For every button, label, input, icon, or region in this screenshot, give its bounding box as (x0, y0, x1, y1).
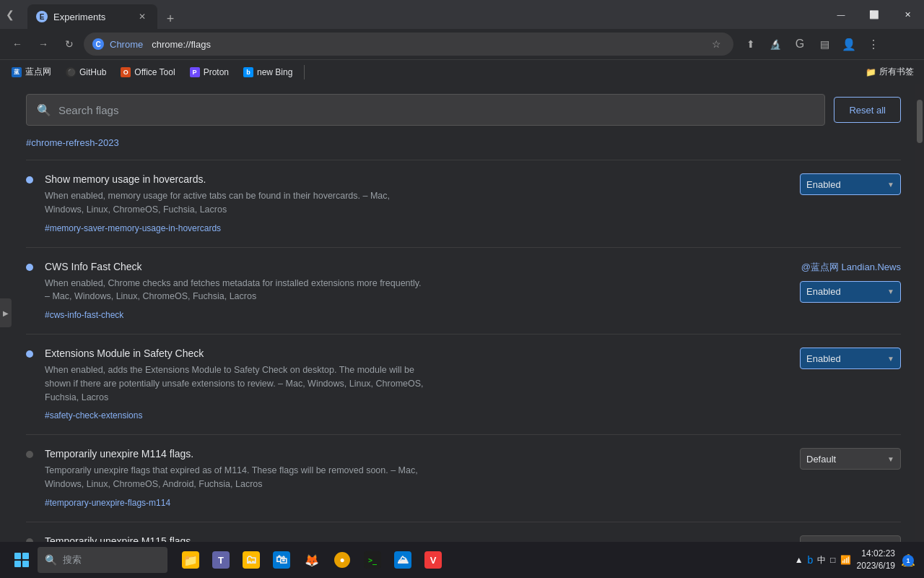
tab-area: E Experiments ✕ + (20, 0, 180, 29)
taskbar-display-icon[interactable]: □ (830, 555, 835, 565)
all-bookmarks-folder[interactable]: 📁 所有书签 (861, 66, 918, 78)
taskbar-arrow-up[interactable]: ▲ (795, 555, 803, 565)
refresh-button[interactable]: ↻ (58, 33, 81, 56)
content-area: ▶ 🔍 Search flags Reset all #chrome-refre… (0, 84, 924, 542)
scrollbar-thumb[interactable] (917, 100, 923, 143)
minimize-button[interactable] (824, 0, 858, 29)
start-button[interactable] (9, 547, 35, 573)
clock-date: 2023/6/19 (857, 560, 895, 572)
taskbar-app-firefox[interactable]: 🦊 (297, 545, 326, 574)
teams-icon: T (212, 551, 230, 569)
taskbar-app-folders[interactable]: 🗂 (237, 545, 266, 574)
bookmark-github[interactable]: ⚫ GitHub (60, 63, 112, 82)
sidebar-icon[interactable]: ▤ (813, 33, 836, 56)
address-text: chrome://flags (152, 39, 702, 50)
address-browser-label: Chrome (110, 39, 143, 50)
flag-info-cws: CWS Info Fast Check When enabled, Chrome… (45, 261, 788, 322)
notification-badge: 1 (902, 555, 914, 566)
chrome-refresh-link[interactable]: #chrome-refresh-2023 (26, 137, 119, 148)
taskbar-sys-icons: ▲ b 中 □ 📶 (795, 554, 851, 566)
flag-link-m114[interactable]: #temporary-unexpire-flags-m114 (45, 498, 170, 508)
active-tab[interactable]: E Experiments ✕ (27, 4, 157, 29)
flag-select-cws[interactable]: Enabled ▼ (800, 281, 901, 303)
taskbar-search-icon: 🔍 (45, 554, 57, 566)
flag-select-value-cws: Enabled (806, 286, 841, 297)
flag-link-extensions-safety[interactable]: #safety-check-extensions (45, 410, 142, 420)
bookmark-lantianwang[interactable]: 蓝 蓝点网 (6, 63, 57, 82)
dropdown-arrow-m114: ▼ (887, 455, 894, 463)
flag-select-extensions-safety[interactable]: Enabled ▼ (800, 348, 901, 369)
scrollbar[interactable] (915, 84, 924, 542)
flag-desc-cws: When enabled, Chrome checks and fetches … (45, 277, 427, 304)
taskbar-app-browser[interactable]: ● (328, 545, 357, 574)
taskbar-app-vivaldi[interactable]: V (419, 545, 448, 574)
flag-info-memory-usage: Show memory usage in hovercards. When en… (45, 173, 788, 234)
taskbar-app-file-explorer[interactable]: 📁 (176, 545, 205, 574)
reset-all-button[interactable]: Reset all (834, 97, 901, 123)
flag-desc-m114: Temporarily unexpire flags that expired … (45, 464, 427, 491)
window-controls (824, 0, 924, 29)
flags-search-box[interactable]: 🔍 Search flags (26, 94, 825, 126)
profile-icon[interactable]: 👤 (837, 33, 860, 56)
windows-logo (14, 553, 29, 567)
forward-button[interactable]: → (32, 33, 55, 56)
flag-info-m114: Temporarily unexpire M114 flags. Tempora… (45, 448, 788, 509)
lens-icon[interactable]: 🔬 (764, 33, 787, 56)
taskbar-app-photos[interactable]: ⛰ (388, 545, 417, 574)
bookmark-star-icon[interactable]: ☆ (707, 35, 725, 53)
search-icon: 🔍 (37, 103, 51, 117)
address-favicon: C (92, 38, 104, 50)
close-button[interactable] (891, 0, 924, 29)
bookmark-newbing[interactable]: b new Bing (237, 63, 298, 82)
bookmark-favicon-officetool: O (121, 67, 131, 77)
flag-select-memory-usage[interactable]: Enabled ▼ (800, 173, 901, 195)
vivaldi-icon: V (424, 551, 442, 569)
tab-list-chevron[interactable]: ❮ (0, 4, 20, 25)
back-button[interactable]: ← (6, 33, 29, 56)
terminal-icon: >_ (364, 551, 381, 569)
maximize-button[interactable] (858, 0, 891, 29)
taskbar-input-icon[interactable]: 中 (817, 554, 826, 566)
tab-favicon: E (36, 11, 48, 22)
taskbar-app-teams[interactable]: T (206, 545, 235, 574)
flag-info-extensions-safety: Extensions Module in Safety Check When e… (45, 348, 788, 421)
flag-dot-cws (26, 264, 33, 271)
dropdown-arrow-memory-usage: ▼ (887, 181, 894, 189)
bookmark-proton[interactable]: P Proton (184, 63, 235, 82)
navigation-toolbar: ← → ↻ C Chrome chrome://flags ☆ ⬆ 🔬 G ▤ … (0, 29, 924, 59)
bookmarks-bar: 蓝 蓝点网 ⚫ GitHub O Office Tool P Proton b … (0, 59, 924, 84)
flag-select-m114[interactable]: Default ▼ (800, 448, 901, 470)
side-panel-toggle[interactable]: ▶ (0, 298, 12, 327)
share-icon[interactable]: ⬆ (739, 33, 762, 56)
address-bar[interactable]: C Chrome chrome://flags ☆ (84, 33, 733, 56)
flag-title-memory-usage: Show memory usage in hovercards. (45, 173, 788, 185)
taskbar-bing-icon[interactable]: b (808, 554, 814, 566)
search-input[interactable]: Search flags (58, 104, 118, 116)
watermark: @蓝点网 Landian.News (801, 261, 901, 274)
taskbar-network-icon[interactable]: 📶 (840, 555, 851, 565)
bookmark-label-lantianwang: 蓝点网 (25, 66, 51, 78)
taskbar-time[interactable]: 14:02:23 2023/6/19 (857, 548, 895, 572)
flag-link-cws[interactable]: #cws-info-fast-check (45, 310, 123, 320)
browser-icon: ● (334, 552, 350, 568)
flag-select-m115[interactable]: Default ▼ (800, 535, 901, 542)
bookmark-label-officetool: Office Tool (134, 67, 175, 77)
flag-title-extensions-safety: Extensions Module in Safety Check (45, 348, 788, 359)
taskbar-app-store[interactable]: 🛍 (267, 545, 296, 574)
notification-area[interactable]: 🔔 1 (901, 553, 915, 567)
taskbar-right: ▲ b 中 □ 📶 14:02:23 2023/6/19 🔔 1 (795, 548, 915, 572)
menu-icon[interactable]: ⋮ (862, 33, 885, 56)
search-bar-area: 🔍 Search flags Reset all (26, 84, 901, 133)
new-tab-button[interactable]: + (160, 9, 180, 29)
gemini-icon[interactable]: G (788, 33, 811, 56)
flag-select-value-extensions-safety: Enabled (806, 353, 841, 364)
toolbar-right-icons: ⬆ 🔬 G ▤ 👤 ⋮ (739, 33, 885, 56)
taskbar-app-terminal[interactable]: >_ (358, 545, 387, 574)
flag-control-cws: @蓝点网 Landian.News Enabled ▼ (800, 261, 901, 303)
bookmark-favicon-lantianwang: 蓝 (12, 67, 22, 77)
bookmark-favicon-proton: P (190, 67, 200, 77)
bookmark-officetool[interactable]: O Office Tool (115, 63, 180, 82)
tab-close-button[interactable]: ✕ (136, 10, 149, 23)
taskbar-search[interactable]: 🔍 搜索 (38, 547, 167, 573)
flag-link-memory-usage[interactable]: #memory-saver-memory-usage-in-hovercards (45, 223, 221, 233)
